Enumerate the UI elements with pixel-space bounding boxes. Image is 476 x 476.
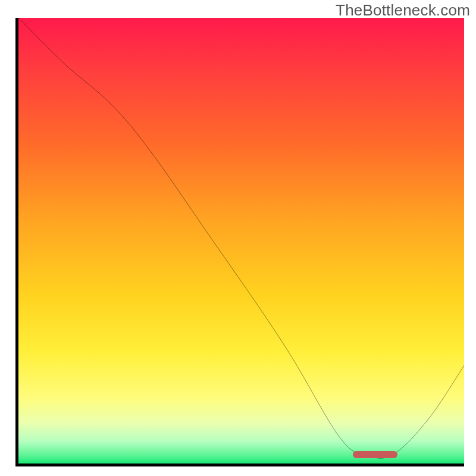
watermark-text: TheBottleneck.com bbox=[336, 1, 470, 20]
curve-line bbox=[18, 18, 464, 464]
optimal-marker bbox=[353, 451, 397, 458]
plot-area bbox=[15, 18, 464, 466]
chart-frame: TheBottleneck.com bbox=[0, 0, 476, 476]
